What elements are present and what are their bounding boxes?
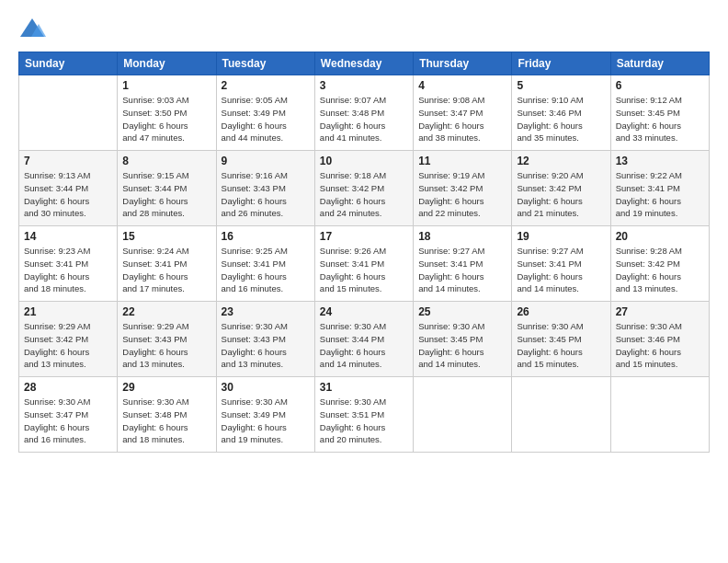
day-info: Sunrise: 9:29 AMSunset: 3:43 PMDaylight:… bbox=[122, 320, 210, 371]
calendar-cell bbox=[512, 377, 610, 453]
day-number: 2 bbox=[222, 79, 310, 92]
day-info: Sunrise: 9:27 AMSunset: 3:41 PMDaylight:… bbox=[418, 245, 506, 295]
day-number: 13 bbox=[616, 155, 704, 167]
calendar-week-row: 14Sunrise: 9:23 AMSunset: 3:41 PMDayligh… bbox=[19, 226, 710, 302]
day-number: 4 bbox=[418, 79, 506, 92]
logo bbox=[18, 17, 50, 42]
calendar-header-friday: Friday bbox=[512, 52, 610, 75]
calendar-cell: 7Sunrise: 9:13 AMSunset: 3:44 PMDaylight… bbox=[19, 151, 118, 226]
calendar-cell: 17Sunrise: 9:26 AMSunset: 3:41 PMDayligh… bbox=[314, 226, 413, 302]
calendar-cell: 8Sunrise: 9:15 AMSunset: 3:44 PMDaylight… bbox=[118, 151, 216, 226]
page: SundayMondayTuesdayWednesdayThursdayFrid… bbox=[0, 0, 728, 563]
calendar-cell: 11Sunrise: 9:19 AMSunset: 3:42 PMDayligh… bbox=[414, 151, 512, 226]
calendar-cell: 14Sunrise: 9:23 AMSunset: 3:41 PMDayligh… bbox=[19, 226, 118, 302]
day-number: 27 bbox=[616, 305, 704, 318]
calendar-cell: 15Sunrise: 9:24 AMSunset: 3:41 PMDayligh… bbox=[118, 226, 216, 302]
day-number: 28 bbox=[24, 381, 112, 394]
calendar-cell: 10Sunrise: 9:18 AMSunset: 3:42 PMDayligh… bbox=[314, 151, 413, 226]
calendar-cell: 21Sunrise: 9:29 AMSunset: 3:42 PMDayligh… bbox=[19, 302, 118, 377]
day-number: 10 bbox=[320, 155, 408, 167]
day-info: Sunrise: 9:30 AMSunset: 3:46 PMDaylight:… bbox=[616, 320, 704, 371]
day-number: 25 bbox=[418, 305, 506, 318]
day-info: Sunrise: 9:25 AMSunset: 3:41 PMDaylight:… bbox=[222, 245, 310, 295]
calendar-cell: 22Sunrise: 9:29 AMSunset: 3:43 PMDayligh… bbox=[118, 302, 216, 377]
calendar-cell: 20Sunrise: 9:28 AMSunset: 3:42 PMDayligh… bbox=[610, 226, 709, 302]
calendar-cell bbox=[414, 377, 512, 453]
day-info: Sunrise: 9:30 AMSunset: 3:48 PMDaylight:… bbox=[122, 396, 210, 446]
day-info: Sunrise: 9:12 AMSunset: 3:45 PMDaylight:… bbox=[616, 94, 704, 144]
day-number: 24 bbox=[320, 305, 408, 318]
calendar-cell: 9Sunrise: 9:16 AMSunset: 3:43 PMDaylight… bbox=[216, 151, 314, 226]
calendar-cell: 18Sunrise: 9:27 AMSunset: 3:41 PMDayligh… bbox=[414, 226, 512, 302]
calendar-header-thursday: Thursday bbox=[414, 52, 512, 75]
calendar-week-row: 1Sunrise: 9:03 AMSunset: 3:50 PMDaylight… bbox=[19, 75, 710, 151]
calendar-week-row: 7Sunrise: 9:13 AMSunset: 3:44 PMDaylight… bbox=[19, 151, 710, 226]
calendar-header-saturday: Saturday bbox=[610, 52, 709, 75]
calendar-week-row: 21Sunrise: 9:29 AMSunset: 3:42 PMDayligh… bbox=[19, 302, 710, 377]
calendar-cell: 26Sunrise: 9:30 AMSunset: 3:45 PMDayligh… bbox=[512, 302, 610, 377]
day-number: 1 bbox=[122, 79, 210, 92]
calendar-header-monday: Monday bbox=[118, 52, 216, 75]
day-number: 3 bbox=[320, 79, 408, 92]
calendar-cell: 29Sunrise: 9:30 AMSunset: 3:48 PMDayligh… bbox=[118, 377, 216, 453]
day-info: Sunrise: 9:07 AMSunset: 3:48 PMDaylight:… bbox=[320, 94, 408, 144]
day-info: Sunrise: 9:03 AMSunset: 3:50 PMDaylight:… bbox=[122, 94, 210, 144]
day-number: 6 bbox=[616, 79, 704, 92]
day-info: Sunrise: 9:13 AMSunset: 3:44 PMDaylight:… bbox=[24, 169, 112, 220]
day-number: 5 bbox=[517, 79, 605, 92]
day-info: Sunrise: 9:18 AMSunset: 3:42 PMDaylight:… bbox=[320, 169, 408, 220]
calendar-cell bbox=[610, 377, 709, 453]
day-number: 21 bbox=[24, 305, 112, 318]
day-number: 30 bbox=[222, 381, 310, 394]
calendar-cell: 30Sunrise: 9:30 AMSunset: 3:49 PMDayligh… bbox=[216, 377, 314, 453]
day-number: 20 bbox=[616, 230, 704, 243]
day-info: Sunrise: 9:30 AMSunset: 3:47 PMDaylight:… bbox=[24, 396, 112, 446]
day-number: 17 bbox=[320, 230, 408, 243]
day-number: 14 bbox=[24, 230, 112, 243]
calendar-cell: 31Sunrise: 9:30 AMSunset: 3:51 PMDayligh… bbox=[314, 377, 413, 453]
day-info: Sunrise: 9:30 AMSunset: 3:43 PMDaylight:… bbox=[222, 320, 310, 371]
day-number: 29 bbox=[122, 381, 210, 394]
day-number: 18 bbox=[418, 230, 506, 243]
day-info: Sunrise: 9:10 AMSunset: 3:46 PMDaylight:… bbox=[517, 94, 605, 144]
calendar-header-sunday: Sunday bbox=[19, 52, 118, 75]
day-info: Sunrise: 9:30 AMSunset: 3:45 PMDaylight:… bbox=[418, 320, 506, 371]
calendar-cell: 19Sunrise: 9:27 AMSunset: 3:41 PMDayligh… bbox=[512, 226, 610, 302]
day-info: Sunrise: 9:23 AMSunset: 3:41 PMDaylight:… bbox=[24, 245, 112, 295]
day-info: Sunrise: 9:24 AMSunset: 3:41 PMDaylight:… bbox=[122, 245, 210, 295]
day-info: Sunrise: 9:28 AMSunset: 3:42 PMDaylight:… bbox=[616, 245, 704, 295]
calendar-cell: 27Sunrise: 9:30 AMSunset: 3:46 PMDayligh… bbox=[610, 302, 709, 377]
calendar-cell: 16Sunrise: 9:25 AMSunset: 3:41 PMDayligh… bbox=[216, 226, 314, 302]
calendar-cell: 23Sunrise: 9:30 AMSunset: 3:43 PMDayligh… bbox=[216, 302, 314, 377]
day-number: 7 bbox=[24, 155, 112, 167]
calendar-cell: 24Sunrise: 9:30 AMSunset: 3:44 PMDayligh… bbox=[314, 302, 413, 377]
day-info: Sunrise: 9:22 AMSunset: 3:41 PMDaylight:… bbox=[616, 169, 704, 220]
day-number: 15 bbox=[122, 230, 210, 243]
calendar-cell: 4Sunrise: 9:08 AMSunset: 3:47 PMDaylight… bbox=[414, 75, 512, 151]
day-number: 8 bbox=[122, 155, 210, 167]
calendar-cell: 6Sunrise: 9:12 AMSunset: 3:45 PMDaylight… bbox=[610, 75, 709, 151]
calendar-cell: 3Sunrise: 9:07 AMSunset: 3:48 PMDaylight… bbox=[314, 75, 413, 151]
day-number: 11 bbox=[418, 155, 506, 167]
day-info: Sunrise: 9:30 AMSunset: 3:44 PMDaylight:… bbox=[320, 320, 408, 371]
calendar-cell: 25Sunrise: 9:30 AMSunset: 3:45 PMDayligh… bbox=[414, 302, 512, 377]
day-number: 19 bbox=[517, 230, 605, 243]
day-number: 31 bbox=[320, 381, 408, 394]
calendar-header-wednesday: Wednesday bbox=[314, 52, 413, 75]
calendar-header-row: SundayMondayTuesdayWednesdayThursdayFrid… bbox=[19, 52, 710, 75]
calendar-cell: 28Sunrise: 9:30 AMSunset: 3:47 PMDayligh… bbox=[19, 377, 118, 453]
day-info: Sunrise: 9:30 AMSunset: 3:45 PMDaylight:… bbox=[517, 320, 605, 371]
day-info: Sunrise: 9:16 AMSunset: 3:43 PMDaylight:… bbox=[222, 169, 310, 220]
logo-icon bbox=[18, 17, 46, 42]
day-info: Sunrise: 9:08 AMSunset: 3:47 PMDaylight:… bbox=[418, 94, 506, 144]
calendar-cell: 5Sunrise: 9:10 AMSunset: 3:46 PMDaylight… bbox=[512, 75, 610, 151]
calendar-cell: 12Sunrise: 9:20 AMSunset: 3:42 PMDayligh… bbox=[512, 151, 610, 226]
calendar-week-row: 28Sunrise: 9:30 AMSunset: 3:47 PMDayligh… bbox=[19, 377, 710, 453]
day-info: Sunrise: 9:05 AMSunset: 3:49 PMDaylight:… bbox=[222, 94, 310, 144]
calendar-cell bbox=[19, 75, 118, 151]
day-info: Sunrise: 9:29 AMSunset: 3:42 PMDaylight:… bbox=[24, 320, 112, 371]
calendar-header-tuesday: Tuesday bbox=[216, 52, 314, 75]
calendar-cell: 2Sunrise: 9:05 AMSunset: 3:49 PMDaylight… bbox=[216, 75, 314, 151]
day-number: 26 bbox=[517, 305, 605, 318]
day-info: Sunrise: 9:15 AMSunset: 3:44 PMDaylight:… bbox=[122, 169, 210, 220]
